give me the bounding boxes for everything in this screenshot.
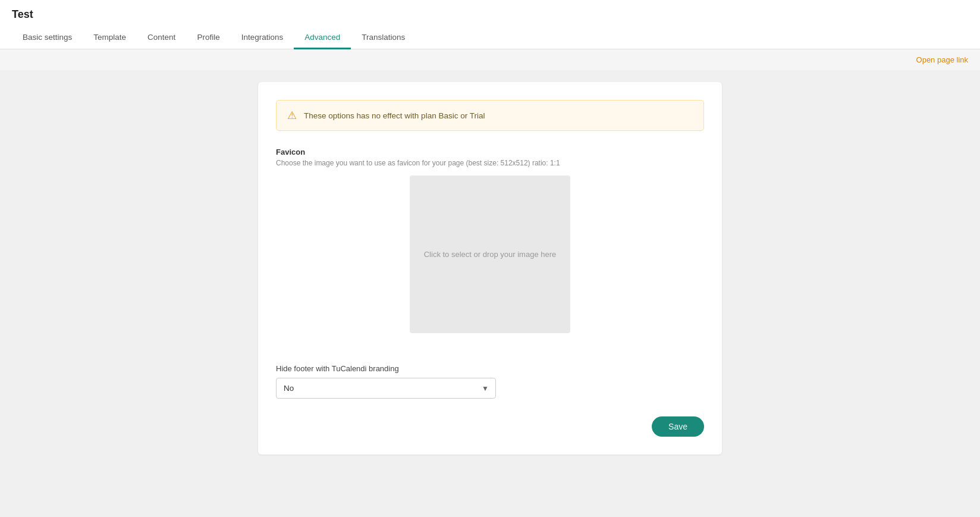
favicon-label: Favicon [276,148,704,156]
warning-banner: ⚠ These options has no effect with plan … [276,100,704,131]
open-page-link[interactable]: Open page link [916,55,968,64]
divider [276,350,704,364]
toolbar: Open page link [0,49,980,70]
save-button[interactable]: Save [652,416,704,437]
main-content: ⚠ These options has no effect with plan … [0,70,980,466]
favicon-image-area: Click to select or drop your image here [276,176,704,333]
tab-translations[interactable]: Translations [351,27,416,49]
tab-profile[interactable]: Profile [186,27,230,49]
footer-branding-select[interactable]: No Yes [276,378,496,399]
tab-advanced[interactable]: Advanced [294,27,351,49]
tab-integrations[interactable]: Integrations [231,27,294,49]
settings-card: ⚠ These options has no effect with plan … [258,82,722,455]
tab-template[interactable]: Template [83,27,137,49]
warning-icon: ⚠ [287,109,297,122]
favicon-hint: Choose the image you want to use as favi… [276,159,704,167]
header: Test Basic settings Template Content Pro… [0,0,980,49]
page-title: Test [12,8,968,21]
image-drop-zone[interactable]: Click to select or drop your image here [410,176,570,333]
drop-zone-text: Click to select or drop your image here [424,250,557,259]
select-wrapper: No Yes ▼ [276,378,496,399]
tab-basic-settings[interactable]: Basic settings [12,27,83,49]
card-footer: Save [276,416,704,437]
footer-branding-label: Hide footer with TuCalendi branding [276,364,704,373]
warning-message: These options has no effect with plan Ba… [304,111,485,120]
tab-content[interactable]: Content [137,27,186,49]
nav-tabs: Basic settings Template Content Profile … [12,27,968,49]
